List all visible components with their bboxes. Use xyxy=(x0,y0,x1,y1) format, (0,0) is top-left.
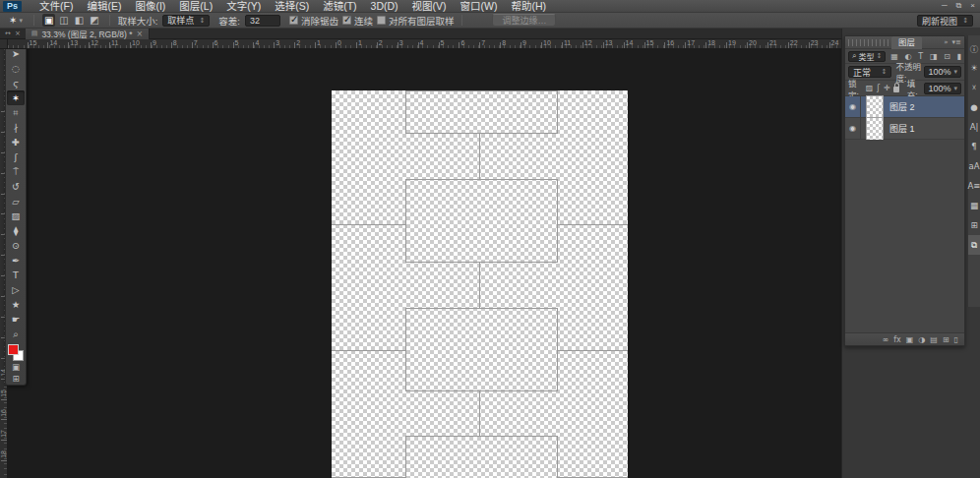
menu-item-2[interactable]: 图像(I) xyxy=(128,0,172,12)
filter-shape-layers-icon[interactable]: ◨ xyxy=(930,52,938,61)
add-to-selection-icon[interactable]: ◫ xyxy=(57,14,70,27)
opacity-select[interactable]: 100% ▾ xyxy=(924,66,961,78)
lock-position-icon[interactable]: ✛ xyxy=(884,84,890,92)
zoom-tool[interactable]: ⌕ xyxy=(7,327,25,341)
healing-brush-tool[interactable]: ✚ xyxy=(7,135,25,149)
checkbox-box-0[interactable] xyxy=(289,16,298,25)
tool-preset-picker[interactable]: ✶ ▾ xyxy=(6,15,26,26)
checkbox-box-1[interactable] xyxy=(342,16,351,25)
new-group-icon[interactable]: ▤ xyxy=(930,333,938,346)
ruler-label: 21 xyxy=(769,39,777,46)
layer-style-icon[interactable]: fx xyxy=(893,333,901,346)
pen-tool[interactable]: ✒ xyxy=(7,253,25,268)
new-layer-icon[interactable]: ⊞ xyxy=(943,333,949,346)
ruler-tick xyxy=(809,42,810,48)
foreground-color-swatch[interactable] xyxy=(8,344,19,355)
panel-menu-icon[interactable]: ▾≡ xyxy=(952,38,961,46)
document-canvas[interactable] xyxy=(332,90,628,478)
sample-size-select[interactable]: 取样点 ↕ xyxy=(162,15,210,27)
menu-item-1[interactable]: 编辑(E) xyxy=(80,0,128,12)
checkbox-1[interactable]: 连续 xyxy=(342,14,373,28)
styles-panel-icon[interactable]: ☓ xyxy=(968,78,980,97)
paragraph-panel-icon[interactable]: ¶ xyxy=(968,137,980,156)
checkbox-box-2[interactable] xyxy=(377,16,386,25)
tab-bar-control-0[interactable]: ↔ xyxy=(5,30,11,37)
dodge-tool[interactable]: ⊙ xyxy=(7,238,25,253)
restore-icon[interactable]: ⧉ xyxy=(956,1,962,10)
3d-panel-icon[interactable]: ● xyxy=(968,97,980,117)
subtract-from-selection-icon[interactable]: ◧ xyxy=(73,14,86,27)
history-brush-tool[interactable]: ↺ xyxy=(7,179,25,194)
marquee-tool[interactable]: ◌ xyxy=(7,61,25,76)
blur-tool[interactable]: ⧫ xyxy=(7,223,25,238)
adjustments-panel-icon[interactable]: ☀ xyxy=(968,58,980,78)
quick-mask-icon[interactable]: ▣ xyxy=(7,361,25,373)
crop-tool[interactable]: ⌗ xyxy=(7,105,25,120)
collapsed-tabs[interactable] xyxy=(848,39,889,46)
layer-thumbnail[interactable] xyxy=(866,95,884,119)
glyphs-panel-icon[interactable]: aA xyxy=(968,156,980,176)
eraser-tool[interactable]: ▱ xyxy=(7,194,25,209)
gradient-tool[interactable]: ▨ xyxy=(7,209,25,223)
type-tool[interactable]: T xyxy=(7,268,25,282)
menu-item-0[interactable]: 文件(F) xyxy=(32,0,80,12)
ruler-tick xyxy=(1,399,7,400)
menu-item-3[interactable]: 图层(L) xyxy=(172,0,219,12)
eye-icon: ◉ xyxy=(849,102,856,111)
intersect-selection-icon[interactable]: ◩ xyxy=(88,14,100,27)
workspace-switcher[interactable]: 刷新视图 ↕ xyxy=(917,15,973,27)
layer-filter-select[interactable]: ⌕ 类型 ↕ xyxy=(848,51,886,62)
tolerance-input[interactable] xyxy=(245,15,280,27)
hand-tool[interactable]: ☛ xyxy=(7,312,25,327)
expand-panels-icon[interactable]: » xyxy=(944,38,948,46)
layer-row-1[interactable]: ◉图层 2 xyxy=(845,96,964,118)
menu-item-8[interactable]: 视图(V) xyxy=(405,0,454,12)
fill-select[interactable]: 100% ▾ xyxy=(924,83,961,94)
adjustment-layer-icon[interactable]: ◑ xyxy=(918,333,925,346)
lock-paint-icon[interactable]: ʃ xyxy=(877,84,880,92)
path-selection-tool[interactable]: ▷ xyxy=(7,282,25,297)
character-styles-panel-icon[interactable]: A≡ xyxy=(968,176,980,196)
lock-row: 锁定: ▨ʃ✛ 填充: 100% ▾ xyxy=(845,81,964,96)
minimize-icon[interactable]: ─ xyxy=(942,1,948,10)
layer-thumbnail[interactable] xyxy=(866,117,884,141)
lock-transparency-icon[interactable]: ▨ xyxy=(866,84,874,92)
layers-panel-icon[interactable]: ⧉ xyxy=(968,235,980,255)
character-panel-icon[interactable]: A| xyxy=(968,117,980,137)
libraries-panel-icon[interactable]: ▦ xyxy=(968,196,980,215)
horizontal-ruler[interactable]: 1514131211109876543210123456789101112131… xyxy=(8,39,841,49)
new-selection-icon[interactable]: ▣ xyxy=(42,14,55,27)
info-panel-icon[interactable]: ⓘ xyxy=(968,38,980,58)
delete-layer-icon[interactable]: ▯ xyxy=(954,333,958,346)
visibility-toggle[interactable]: ◉ xyxy=(845,96,861,117)
close-icon[interactable]: × xyxy=(970,1,975,10)
document-tab[interactable]: ▤ 33.3% (图层 2, RGB/8) * × xyxy=(26,29,150,39)
menu-item-9[interactable]: 窗口(W) xyxy=(454,0,505,12)
filter-smart-objects-icon[interactable]: ⊡ xyxy=(944,52,950,61)
add-mask-icon[interactable]: ▣ xyxy=(906,333,914,346)
tab-bar-control-1[interactable]: × xyxy=(15,30,21,37)
eyedropper-tool[interactable]: ∤ xyxy=(7,120,25,135)
checkbox-2[interactable]: 对所有图层取样 xyxy=(377,14,455,28)
lasso-tool[interactable]: ϛ xyxy=(7,76,25,90)
refine-edge-button[interactable]: 调整边缘… xyxy=(492,14,556,27)
custom-shape-tool[interactable]: ★ xyxy=(7,297,25,312)
layer-row-2[interactable]: ◉图层 1 xyxy=(845,118,964,140)
clone-stamp-tool[interactable]: ⍑ xyxy=(7,164,25,179)
visibility-toggle[interactable]: ◉ xyxy=(845,118,861,139)
link-layers-icon[interactable]: ∞ xyxy=(883,333,889,346)
layers-tab[interactable]: 图层 xyxy=(891,36,922,49)
tab-close-icon[interactable]: × xyxy=(137,30,144,38)
filter-toggle-icon[interactable]: ▮ xyxy=(957,52,961,61)
menu-item-5[interactable]: 选择(S) xyxy=(268,0,316,12)
brush-tool[interactable]: ʃ xyxy=(7,149,25,164)
screen-mode-icon[interactable]: ⊞ xyxy=(7,373,25,385)
checkbox-0[interactable]: 消除锯齿 xyxy=(289,14,338,28)
menu-item-6[interactable]: 滤镜(T) xyxy=(316,0,363,12)
menu-item-7[interactable]: 3D(D) xyxy=(364,0,405,12)
lock-all-icon[interactable] xyxy=(893,87,899,92)
menu-item-4[interactable]: 文字(Y) xyxy=(219,0,268,12)
actions-panel-icon[interactable]: ⊞ xyxy=(968,215,980,235)
menu-item-10[interactable]: 帮助(H) xyxy=(505,0,554,12)
magic-wand-tool[interactable]: ✶ xyxy=(7,90,25,105)
